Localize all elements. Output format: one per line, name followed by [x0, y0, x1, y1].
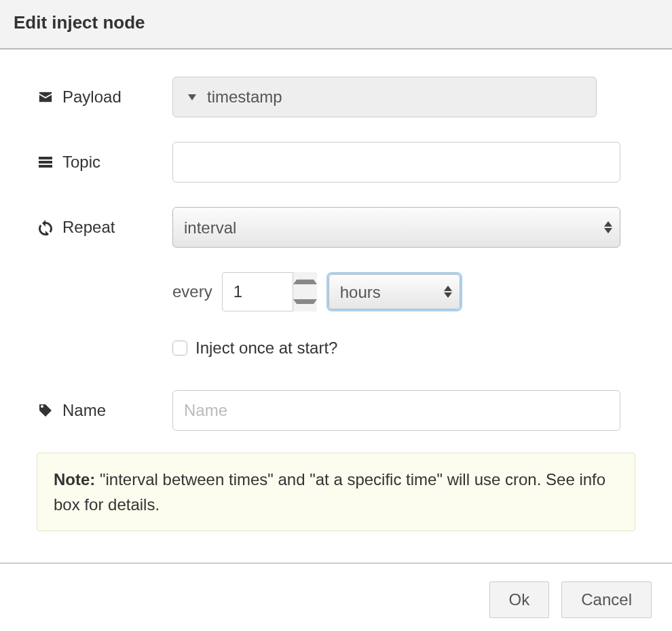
payload-value: timestamp [207, 88, 282, 107]
every-label: every [172, 282, 212, 301]
spinner-up[interactable] [293, 272, 317, 292]
tag-icon [37, 402, 54, 419]
interval-units-select[interactable]: secondsminuteshours [329, 274, 460, 309]
payload-label: Payload [62, 88, 122, 107]
row-name: Name [37, 390, 635, 431]
row-topic: Topic [37, 142, 635, 183]
row-payload: Payload timestamp [37, 77, 635, 117]
repeat-select[interactable]: noneintervalinterval between timesat a s… [172, 207, 620, 248]
svg-rect-1 [39, 161, 52, 164]
inject-once-checkbox[interactable] [172, 341, 187, 356]
note-prefix: Note: [54, 470, 95, 489]
envelope-icon [37, 88, 54, 106]
payload-type-select[interactable]: timestamp [172, 77, 597, 117]
interval-count-spinner [222, 272, 317, 311]
spinner-down[interactable] [293, 292, 317, 311]
repeat-label: Repeat [62, 218, 115, 237]
topic-label: Topic [62, 153, 100, 172]
dialog-header: Edit inject node [0, 0, 672, 50]
interval-units-wrap: secondsminuteshours [326, 272, 462, 311]
row-repeat: Repeat noneintervalinterval between time… [37, 207, 635, 248]
note-box: Note: "interval between times" and "at a… [37, 453, 635, 531]
caret-down-icon [188, 94, 196, 100]
cancel-button[interactable]: Cancel [561, 581, 652, 618]
repeat-select-wrap: noneintervalinterval between timesat a s… [172, 207, 620, 248]
inject-once-label: Inject once at start? [195, 339, 337, 358]
svg-rect-2 [39, 165, 52, 168]
dialog-title: Edit inject node [14, 12, 658, 33]
topic-input[interactable] [172, 142, 620, 183]
dialog-footer: Ok Cancel [0, 564, 672, 631]
name-label: Name [62, 401, 106, 420]
row-interval: every secondsminuteshours [172, 272, 635, 311]
name-input[interactable] [172, 390, 620, 431]
note-text: "interval between times" and "at a speci… [54, 470, 605, 514]
form-body: Payload timestamp Topic Repeat [0, 50, 672, 552]
svg-rect-0 [39, 157, 52, 159]
row-inject-once: Inject once at start? [172, 339, 635, 358]
repeat-icon [37, 218, 54, 236]
list-icon [37, 153, 54, 171]
ok-button[interactable]: Ok [489, 581, 550, 618]
